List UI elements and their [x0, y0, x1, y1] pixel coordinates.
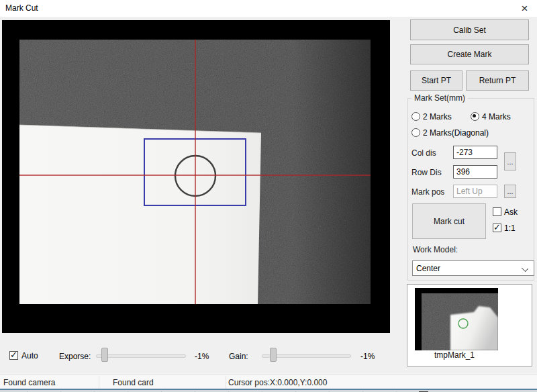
check-icon: ✓ [493, 222, 501, 232]
ask-checkbox-label[interactable]: Ask [504, 207, 518, 217]
one-to-one-checkbox[interactable]: ✓ [493, 224, 501, 232]
gain-value: -1% [360, 352, 375, 361]
status-separator [226, 376, 226, 389]
create-mark-label: Create Mark [447, 50, 491, 59]
gain-label: Gain: [229, 352, 248, 361]
radio-2-marks-diagonal-label[interactable]: 2 Marks(Diagonal) [423, 128, 489, 138]
radio-4-marks[interactable] [471, 112, 479, 121]
mark-cut-dialog: Mark Cut × [0, 0, 537, 392]
row-dis-label: Row Dis [411, 168, 442, 177]
start-pt-label: Start PT [422, 76, 451, 85]
work-model-value: Center [416, 264, 440, 273]
mark-set-group-title: Mark Set(mm) [411, 93, 468, 103]
mark-thumbnail-caption: tmpMark_1 [407, 350, 501, 360]
status-camera: Found camera [3, 378, 55, 387]
radio-2-marks[interactable] [411, 112, 420, 121]
return-pt-button[interactable]: Return PT [466, 70, 529, 91]
mark-pos-browse-button[interactable]: ... [504, 185, 516, 198]
calib-set-label: Calib Set [453, 26, 486, 35]
status-card: Found card [113, 378, 154, 387]
status-separator [99, 376, 99, 389]
exposure-slider-thumb[interactable] [101, 348, 108, 362]
background-window-edge [0, 389, 537, 392]
mark-pos-label: Mark pos [411, 187, 444, 197]
chevron-down-icon [522, 265, 528, 272]
start-pt-button[interactable]: Start PT [410, 70, 462, 91]
window-title: Mark Cut [5, 3, 38, 13]
exposure-slider-track[interactable] [96, 354, 186, 358]
work-model-label: Work Model: [413, 245, 458, 254]
ask-checkbox[interactable]: ✓ [493, 207, 501, 216]
camera-viewport[interactable] [2, 20, 390, 333]
radio-2-marks-diagonal[interactable] [411, 128, 420, 137]
mark-cut-label: Mark cut [434, 217, 465, 226]
work-model-dropdown[interactable]: Center [412, 260, 534, 276]
one-to-one-checkbox-label[interactable]: 1:1 [504, 224, 516, 233]
distance-browse-button[interactable]: ... [504, 152, 516, 170]
col-dis-label: Col dis [411, 148, 436, 158]
mark-thumbnail-item[interactable]: tmpMark_1 [407, 284, 532, 366]
gain-slider-thumb[interactable] [270, 348, 277, 362]
row-dis-input[interactable] [453, 165, 497, 179]
auto-checkbox[interactable]: ✓ [9, 351, 18, 360]
mark-thumbnail-image [415, 288, 498, 350]
col-dis-input[interactable] [453, 146, 497, 159]
calib-set-button[interactable]: Calib Set [410, 19, 529, 40]
return-pt-label: Return PT [479, 76, 516, 85]
radio-2-marks-label[interactable]: 2 Marks [423, 112, 452, 121]
radio-4-marks-label[interactable]: 4 Marks [482, 112, 511, 121]
title-bar: Mark Cut × [0, 0, 537, 17]
status-cursor-pos: Cursor pos:X:0.000,Y:0.000 [228, 378, 327, 387]
exposure-label: Exporse: [59, 352, 91, 361]
check-icon: ✓ [10, 350, 17, 360]
create-mark-button[interactable]: Create Mark [410, 44, 529, 64]
status-bar: Found camera Found card Cursor pos:X:0.0… [0, 375, 537, 389]
mark-cut-button[interactable]: Mark cut [412, 203, 486, 239]
auto-checkbox-label[interactable]: Auto [21, 351, 38, 360]
close-icon[interactable]: × [512, 0, 537, 17]
camera-image [19, 40, 371, 304]
exposure-value: -1% [195, 352, 209, 361]
mark-pos-input[interactable] [453, 185, 497, 198]
